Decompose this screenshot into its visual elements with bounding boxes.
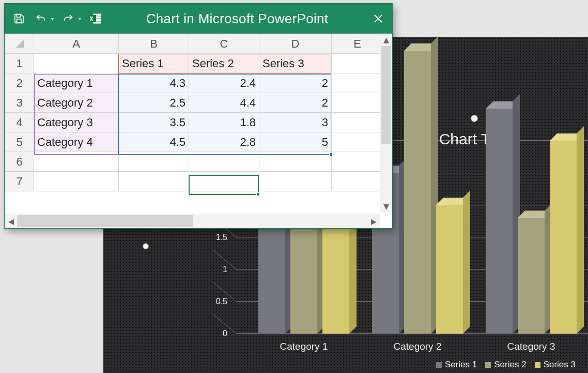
cell-D1[interactable]: Series 3 [259,54,332,73]
selection-handle-top[interactable] [471,115,478,122]
bar-Series3-cat1[interactable] [436,205,463,334]
svg-rect-6 [89,15,96,22]
cat-label-0: Category 1 [247,341,361,354]
close-button[interactable] [372,12,385,25]
row-header-5[interactable]: 5 [5,132,34,152]
cell-D4[interactable]: 3 [259,113,332,132]
col-header-A[interactable]: A [34,34,119,54]
col-header-C[interactable]: C [189,34,259,54]
undo-icon[interactable] [34,11,48,26]
bar-Series1-cat2[interactable] [486,109,513,334]
y-tick-3: 1.5 [196,233,227,242]
legend-label-3: Series 3 [544,360,576,369]
cell-C4[interactable]: 1.8 [189,113,259,132]
cat-label-1: Category 2 [361,341,474,354]
cat-label-2: Category 3 [474,341,588,354]
scroll-up-icon[interactable]: ▴ [380,34,392,46]
cell-B7[interactable] [119,172,189,191]
legend-swatch-1 [436,362,442,368]
row-header-6[interactable]: 6 [5,152,34,172]
undo-dropdown-icon[interactable]: ▾ [51,16,54,22]
bar-Series2-cat2[interactable] [518,218,545,334]
cell-E2[interactable] [332,73,383,93]
cell-E7[interactable] [332,172,383,191]
cell-D7[interactable] [259,172,332,191]
cell-D6[interactable] [259,152,332,172]
cell-A2[interactable]: Category 1 [34,73,119,93]
cell-C3[interactable]: 4.4 [189,93,259,113]
col-header-D[interactable]: D [259,34,332,54]
cell-A5[interactable]: Category 4 [34,132,119,152]
cell-E6[interactable] [332,152,383,172]
row-header-1[interactable]: 1 [5,54,34,73]
cell-A7[interactable] [34,172,119,191]
cell-D3[interactable]: 2 [259,93,332,113]
legend-swatch-3 [535,362,540,368]
chart-category-labels: Category 1 Category 2 Category 3 [247,341,588,354]
excel-window-title: Chart in Microsoft PowerPoint [110,11,364,27]
select-all-corner[interactable] [5,34,34,54]
row-header-2[interactable]: 2 [5,73,34,93]
legend-swatch-2 [485,362,491,368]
scroll-down-icon[interactable]: ▾ [380,200,392,213]
cell-B3[interactable]: 2.5 [119,93,189,113]
redo-icon[interactable] [61,11,75,26]
cell-E4[interactable] [332,113,383,132]
cell-B5[interactable]: 4.5 [119,132,189,152]
svg-rect-0 [17,14,20,18]
excel-grid[interactable]: A B C D E 1 Series 1 Series 2 Series 3 2… [5,34,383,191]
col-header-E[interactable]: E [332,34,383,54]
cell-C7[interactable] [189,172,259,191]
cell-A6[interactable] [34,152,119,172]
excel-app-icon [88,11,103,26]
row-header-7[interactable]: 7 [5,172,34,191]
bar-group-2[interactable] [474,141,588,334]
cell-D5[interactable]: 5 [259,132,332,152]
cell-C1[interactable]: Series 2 [189,54,259,73]
legend-item-3[interactable]: Series 3 [535,360,576,370]
cell-E5[interactable] [332,132,383,152]
row-header-4[interactable]: 4 [5,113,34,132]
cell-B6[interactable] [119,152,189,172]
cell-B4[interactable]: 3.5 [119,113,189,132]
y-tick-2: 1 [196,265,227,274]
row-header-3[interactable]: 3 [5,93,34,113]
excel-titlebar[interactable]: ▾ ▾ Chart in Microsoft PowerPoint [5,4,392,34]
cell-D2[interactable]: 2 [259,73,332,93]
vertical-scrollbar[interactable]: ▴ ▾ [380,34,392,213]
selection-handle-left[interactable] [143,243,149,249]
cell-B1[interactable]: Series 1 [119,54,189,73]
legend-label-1: Series 1 [445,360,477,369]
bar-Series3-cat2[interactable] [550,141,577,334]
chart-legend[interactable]: Series 1 Series 2 Series 3 [436,360,576,370]
y-tick-1: 0.5 [196,297,227,306]
svg-rect-1 [17,19,21,23]
fill-handle[interactable] [256,192,260,196]
y-tick-0: 0 [196,329,227,338]
excel-sheet[interactable]: A B C D E 1 Series 1 Series 2 Series 3 2… [5,34,392,228]
cell-C5[interactable]: 2.8 [189,132,259,152]
horizontal-scroll-thumb[interactable] [17,215,193,227]
vertical-scroll-thumb[interactable] [381,46,391,144]
cell-C2[interactable]: 2.4 [189,73,259,93]
bar-Series2-cat1[interactable] [404,51,431,334]
col-header-B[interactable]: B [119,34,189,54]
scroll-left-icon[interactable]: ◂ [5,215,17,228]
legend-label-2: Series 2 [494,360,526,369]
cell-E3[interactable] [332,93,383,113]
cell-C6[interactable] [189,152,259,172]
redo-dropdown-icon[interactable]: ▾ [79,16,81,22]
cell-B2[interactable]: 4.3 [119,73,189,93]
legend-item-1[interactable]: Series 1 [436,360,477,370]
horizontal-scrollbar[interactable]: ◂ ▸ [5,214,380,228]
scroll-right-icon[interactable]: ▸ [367,215,380,228]
cell-A3[interactable]: Category 2 [34,93,119,113]
legend-item-2[interactable]: Series 2 [485,360,526,370]
cell-E1[interactable] [332,54,383,73]
cell-A1[interactable] [34,54,119,73]
save-icon[interactable] [12,11,26,26]
excel-chart-data-window[interactable]: ▾ ▾ Chart in Microsoft PowerPoint A B C [4,3,393,229]
cell-A4[interactable]: Category 3 [34,113,119,132]
